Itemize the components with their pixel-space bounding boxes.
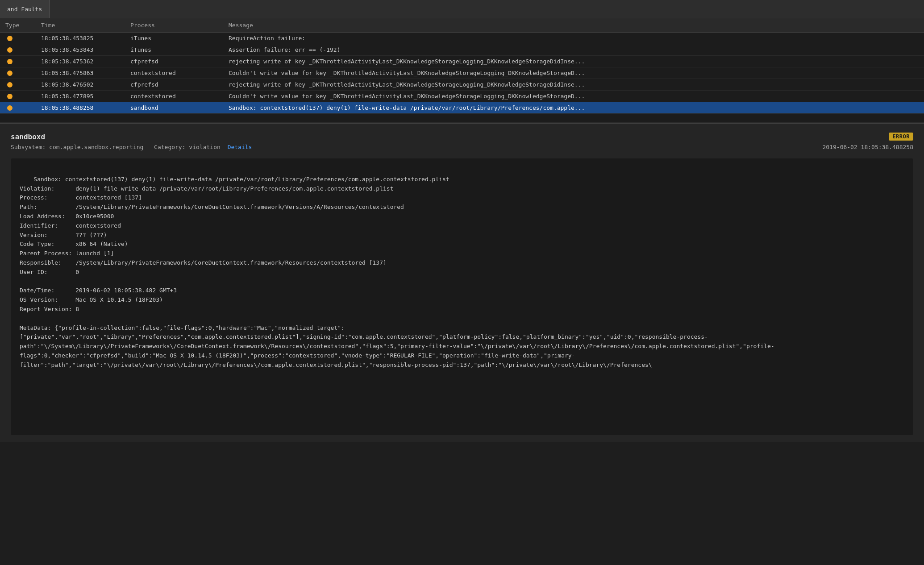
detail-meta: Subsystem: com.apple.sandbox.reporting C… [11, 144, 913, 150]
spacer [0, 114, 924, 123]
detail-timestamp: 2019-06-02 18:05:38.488258 [823, 144, 914, 150]
message-col: Couldn't write value for key _DKThrottle… [223, 93, 924, 100]
col-header-type: Type [0, 22, 36, 29]
type-dot [7, 94, 12, 99]
tab-errors-and-faults[interactable]: and Faults [0, 0, 50, 18]
detail-meta-left: Subsystem: com.apple.sandbox.reporting C… [11, 144, 252, 150]
table-row[interactable]: 18:05:38.453843iTunesAssertion failure: … [0, 44, 924, 56]
type-dot [7, 47, 12, 53]
time-col: 18:05:38.453843 [36, 46, 125, 53]
process-col: iTunes [125, 35, 223, 42]
time-col: 18:05:38.475863 [36, 70, 125, 76]
message-col: Assertion failure: err == (-192) [223, 46, 924, 53]
table-row[interactable]: 18:05:38.453825iTunesRequireAction failu… [0, 33, 924, 44]
type-dot [7, 71, 12, 76]
detail-category: Category: violation [154, 144, 221, 150]
message-col: Sandbox: contextstored(137) deny(1) file… [223, 104, 924, 111]
type-dot-col [0, 36, 36, 41]
process-col: cfprefsd [125, 81, 223, 88]
table-row[interactable]: 18:05:38.475863contextstoredCouldn't wri… [0, 67, 924, 79]
process-col: contextstored [125, 93, 223, 100]
type-dot [7, 82, 12, 87]
message-col: Couldn't write value for key _DKThrottle… [223, 70, 924, 76]
process-col: iTunes [125, 46, 223, 53]
type-dot-col [0, 94, 36, 99]
log-content[interactable]: Sandbox: contextstored(137) deny(1) file… [11, 158, 913, 435]
col-header-message: Message [223, 22, 924, 29]
process-col: contextstored [125, 70, 223, 76]
col-header-process: Process [125, 22, 223, 29]
type-dot-col [0, 71, 36, 76]
table-row[interactable]: 18:05:38.488258sandboxdSandbox: contexts… [0, 102, 924, 114]
time-col: 18:05:38.488258 [36, 104, 125, 111]
type-dot [7, 105, 12, 111]
detail-space [222, 144, 226, 150]
message-col: RequireAction failure: [223, 35, 924, 42]
process-col: sandboxd [125, 104, 223, 111]
tab-bar: and Faults [0, 0, 924, 18]
col-header-time: Time [36, 22, 125, 29]
table-row[interactable]: 18:05:38.476502cfprefsdrejecting write o… [0, 79, 924, 91]
detail-details-link[interactable]: Details [228, 144, 252, 150]
tab-label: and Faults [7, 6, 42, 12]
message-col: rejecting write of key _DKThrottledActiv… [223, 58, 924, 65]
type-dot [7, 59, 12, 64]
table-row[interactable]: 18:05:38.475362cfprefsdrejecting write o… [0, 56, 924, 67]
error-badge: ERROR [889, 133, 913, 141]
type-dot-col [0, 105, 36, 111]
type-dot-col [0, 82, 36, 87]
type-dot-col [0, 59, 36, 64]
time-col: 18:05:38.475362 [36, 58, 125, 65]
table-header: Type Time Process Message [0, 18, 924, 33]
time-col: 18:05:38.453825 [36, 35, 125, 42]
message-col: rejecting write of key _DKThrottledActiv… [223, 81, 924, 88]
detail-subsystem: Subsystem: com.apple.sandbox.reporting [11, 144, 143, 150]
time-col: 18:05:38.477895 [36, 93, 125, 100]
detail-pane: sandboxd ERROR Subsystem: com.apple.sand… [0, 123, 924, 442]
process-col: cfprefsd [125, 58, 223, 65]
log-table: 18:05:38.453825iTunesRequireAction failu… [0, 33, 924, 114]
detail-category-separator [145, 144, 152, 150]
table-row[interactable]: 18:05:38.477895contextstoredCouldn't wri… [0, 91, 924, 102]
detail-header: sandboxd ERROR [11, 133, 913, 141]
time-col: 18:05:38.476502 [36, 81, 125, 88]
detail-title: sandboxd [11, 133, 45, 141]
log-text: Sandbox: contextstored(137) deny(1) file… [20, 176, 774, 368]
type-dot [7, 36, 12, 41]
type-dot-col [0, 47, 36, 53]
